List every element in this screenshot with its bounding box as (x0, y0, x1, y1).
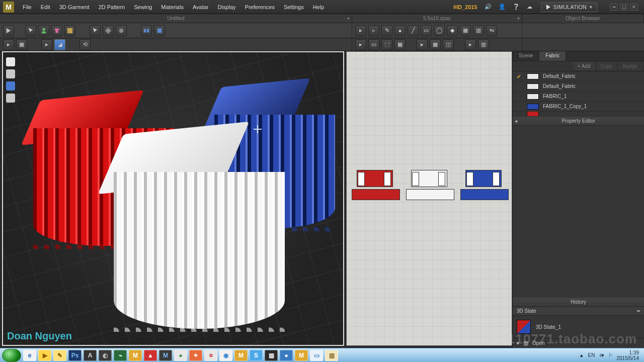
taskbar-app[interactable]: ⌗ (204, 350, 217, 361)
open-panel[interactable]: ▾ ▥ Open (513, 338, 644, 348)
tool2d-dart[interactable]: ◆ (447, 25, 458, 36)
tab-scene[interactable]: Scene (513, 51, 539, 61)
subtool-4[interactable]: ◢ (54, 39, 65, 50)
vp-view-4[interactable] (6, 94, 15, 103)
fabric-item[interactable]: Default_Fabric (513, 81, 644, 92)
taskbar-app[interactable]: ▥ (325, 350, 338, 361)
subtool-3[interactable]: ▸ (41, 39, 52, 50)
tool2d-rect[interactable]: ▭ (421, 25, 432, 36)
tray-icon[interactable]: ▲ (579, 352, 584, 358)
user-icon[interactable]: 👤 (499, 4, 506, 11)
tool-simulate[interactable] (3, 25, 14, 36)
close-icon[interactable]: ▾ (517, 16, 520, 21)
taskbar-app[interactable]: ▶ (38, 350, 51, 361)
close-icon[interactable]: ▾ (347, 16, 350, 21)
tool-select[interactable] (25, 25, 36, 36)
pattern-red[interactable] (352, 170, 400, 206)
fabric-item[interactable] (513, 112, 644, 117)
tool-texture[interactable] (64, 25, 75, 36)
tool2d-point[interactable]: ● (394, 25, 406, 36)
sub2d-3[interactable]: ⬚ (381, 39, 392, 50)
check-icon[interactable]: ✔ (517, 73, 523, 79)
tool-garment[interactable] (51, 25, 62, 36)
draped-box-white[interactable] (114, 128, 285, 329)
tool2d-select[interactable]: ▸ (355, 25, 366, 36)
tool2d-seam[interactable]: ▥ (473, 25, 484, 36)
tool-box-left[interactable] (141, 25, 152, 36)
system-tray[interactable]: ▲ EN 🕪 ⚐ 1:39 2015/5/14 (579, 350, 642, 361)
tool2d-line[interactable]: ╱ (408, 25, 419, 36)
taskbar-app[interactable]: ▲ (144, 350, 157, 361)
help-icon[interactable]: ❔ (513, 4, 520, 11)
fabric-item[interactable]: FABRIC_1 (513, 92, 644, 102)
tool-arrange[interactable] (90, 25, 101, 36)
vp-view-1[interactable] (6, 57, 15, 66)
cloud-icon[interactable]: ☁ (527, 4, 534, 11)
taskbar-app[interactable]: ● (280, 350, 293, 361)
tool2d-notch[interactable]: ▦ (460, 25, 471, 36)
clock-time[interactable]: 1:39 (617, 350, 639, 355)
viewport-2d[interactable] (346, 51, 512, 346)
taskbar-app[interactable]: M (129, 350, 142, 361)
minus-icon[interactable]: ━ (637, 308, 640, 314)
menu-3d-garment[interactable]: 3D Garment (55, 0, 94, 14)
viewport-3d[interactable]: Doan Nguyen (2, 51, 344, 346)
taskbar-app[interactable]: ● (174, 350, 187, 361)
history-header[interactable]: History (513, 298, 644, 307)
start-button[interactable] (2, 349, 21, 362)
sub2d-2[interactable]: ▭ (368, 39, 379, 50)
close-button[interactable]: ✕ (630, 4, 638, 11)
taskbar-app[interactable]: ▦ (265, 350, 278, 361)
subtool-1[interactable]: ▸ (3, 39, 14, 50)
state3d-header[interactable]: 3D State━ (513, 307, 644, 316)
sub2d-1[interactable]: ▸ (355, 39, 366, 50)
vp-view-2[interactable] (6, 69, 15, 78)
subtool-2[interactable]: ▦ (16, 39, 27, 50)
vp-view-3[interactable] (6, 81, 15, 90)
tool2d-circle[interactable]: ◯ (434, 25, 445, 36)
subtool-5[interactable]: ⟲ (79, 39, 91, 50)
pattern-blue[interactable] (460, 170, 509, 206)
menu-file[interactable]: File (18, 0, 36, 14)
tool2d-sym[interactable]: ⇋ (486, 25, 497, 36)
menu-sewing[interactable]: Sewing (129, 0, 156, 14)
tool2d-move[interactable]: ▹ (368, 25, 379, 36)
taskbar-app[interactable]: Ps (68, 350, 82, 361)
check-icon[interactable] (517, 104, 523, 110)
copy-button[interactable]: Copy (597, 62, 616, 70)
taskbar-app[interactable]: e (23, 350, 36, 361)
clock-date[interactable]: 2015/5/14 (617, 355, 639, 361)
tab-fabric[interactable]: Fabric (539, 51, 566, 61)
sub2d-7[interactable]: ◫ (443, 39, 454, 50)
taskbar-app[interactable]: A (84, 350, 97, 361)
sub2d-8[interactable]: ▸ (465, 39, 476, 50)
minimize-button[interactable]: ━ (610, 4, 618, 11)
menu-materials[interactable]: Materials (156, 0, 188, 14)
menu-edit[interactable]: Edit (36, 0, 55, 14)
taskbar-app[interactable]: ✦ (189, 350, 202, 361)
sub2d-5[interactable]: ▸ (417, 39, 428, 50)
taskbar-app[interactable]: ✎ (53, 350, 66, 361)
tool-pin[interactable] (103, 25, 114, 36)
tray-icon[interactable]: ⚐ (608, 352, 613, 358)
collapse-icon[interactable]: ◂ (515, 118, 517, 124)
taskbar-app[interactable]: M (295, 350, 308, 361)
menu-avatar[interactable]: Avatar (188, 0, 213, 14)
fabric-item[interactable]: ✔ Default_Fabric (513, 71, 644, 81)
tool2d-edit[interactable]: ✎ (381, 25, 392, 36)
tray-icon[interactable]: 🕪 (599, 352, 604, 358)
sub2d-9[interactable]: ▥ (478, 39, 489, 50)
pattern-white[interactable] (406, 170, 454, 206)
menu-display[interactable]: Display (213, 0, 240, 14)
fabric-item[interactable]: FABRIC_1_Copy_1 (513, 102, 644, 112)
taskbar-app[interactable]: ▭ (310, 350, 323, 361)
check-icon[interactable] (517, 83, 523, 89)
assign-button[interactable]: Assign (619, 62, 641, 70)
property-editor-header[interactable]: ◂ Property Editor (513, 117, 644, 126)
menu-preferences[interactable]: Preferences (240, 0, 279, 14)
tab-3d[interactable]: Untitled▾ (0, 14, 352, 23)
tool-tack[interactable] (116, 25, 127, 36)
taskbar-app[interactable]: M (159, 350, 172, 361)
state3d-item[interactable]: 3D State_1 (513, 316, 644, 338)
simulation-button[interactable]: SIMULATION ▾ (541, 2, 598, 12)
